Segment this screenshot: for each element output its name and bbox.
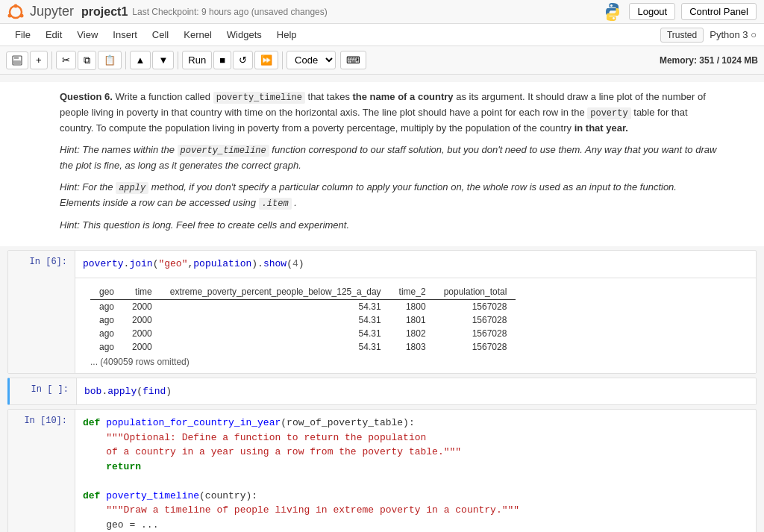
move-down-button[interactable]: ▼ bbox=[152, 51, 174, 69]
cell-pop-2: 1567028 bbox=[435, 313, 516, 327]
code-cell-6: In [6]: poverty.join("geo",population).s… bbox=[7, 250, 757, 374]
poverty-table-inline: poverty bbox=[587, 107, 630, 119]
cell-empty-content[interactable]: bob.apply(find) bbox=[77, 378, 756, 405]
table-header: geo time extreme_poverty_percent_people_… bbox=[90, 284, 516, 300]
trusted-badge: Trusted bbox=[660, 28, 704, 43]
cell-pop-4: 1567028 bbox=[435, 340, 516, 354]
cell-empty-inner: In [ ]: bob.apply(find) bbox=[10, 378, 756, 405]
cell-10-content[interactable]: def population_for_country_in_year(row_o… bbox=[75, 410, 756, 532]
cell-6-prompt: In [6]: bbox=[8, 251, 75, 373]
cell-pop-1: 1567028 bbox=[435, 299, 516, 313]
menu-view[interactable]: View bbox=[69, 27, 105, 43]
cell-type-select[interactable]: Code bbox=[286, 51, 336, 69]
cell-time2-2: 1801 bbox=[390, 313, 435, 327]
separator-4 bbox=[282, 51, 283, 69]
cell-geo-3: ago bbox=[90, 327, 123, 340]
control-panel-button[interactable]: Control Panel bbox=[681, 3, 757, 20]
code-cell-empty: In [ ]: bob.apply(find) bbox=[7, 378, 757, 406]
topbar-right: Logout Control Panel bbox=[602, 1, 757, 22]
move-up-button[interactable]: ▲ bbox=[130, 51, 151, 69]
save-button[interactable] bbox=[6, 51, 28, 69]
omitted-rows-text: ... (409059 rows omitted) bbox=[90, 357, 748, 367]
paste-button[interactable]: 📋 bbox=[98, 51, 122, 69]
separator-3 bbox=[178, 51, 178, 69]
separator-2 bbox=[125, 51, 126, 69]
copy-button[interactable]: ⧉ bbox=[78, 51, 96, 70]
run-button[interactable]: Run bbox=[182, 51, 212, 69]
svg-rect-5 bbox=[14, 56, 19, 59]
menubar: File Edit View Insert Cell Kernel Widget… bbox=[0, 24, 764, 46]
menu-file[interactable]: File bbox=[7, 27, 38, 43]
save-icon bbox=[12, 55, 22, 66]
cell-extreme-1: 54.31 bbox=[161, 299, 390, 313]
menu-widgets[interactable]: Widgets bbox=[219, 27, 269, 43]
memory-info: Memory: 351 / 1024 MB bbox=[660, 55, 758, 66]
app-name: Jupyter bbox=[30, 4, 74, 19]
notebook: Question 6. Write a function called pove… bbox=[0, 75, 764, 532]
separator-1 bbox=[51, 51, 52, 69]
col-extreme: extreme_poverty_percent_people_below_125… bbox=[161, 284, 390, 300]
restart-run-button[interactable]: ⏩ bbox=[254, 51, 278, 69]
col-geo: geo bbox=[90, 284, 123, 300]
text-cell-question6: Question 6. Write a function called pove… bbox=[0, 82, 764, 246]
cell-pop-3: 1567028 bbox=[435, 327, 516, 340]
menu-cell[interactable]: Cell bbox=[145, 27, 176, 43]
cell-geo-4: ago bbox=[90, 340, 123, 354]
table-row: ago 2000 54.31 1800 1567028 bbox=[90, 299, 516, 313]
keyboard-shortcuts-button[interactable]: ⌨ bbox=[340, 51, 366, 69]
cell-extreme-4: 54.31 bbox=[161, 340, 390, 354]
svg-point-2 bbox=[20, 13, 24, 17]
add-cell-button[interactable]: + bbox=[30, 51, 48, 69]
menu-help[interactable]: Help bbox=[269, 27, 304, 43]
hint2-apply-inline: apply bbox=[116, 182, 148, 194]
question-6-text: Question 6. Write a function called pove… bbox=[60, 90, 719, 137]
cell-time-3: 2000 bbox=[123, 327, 161, 340]
svg-rect-6 bbox=[13, 60, 21, 64]
cell-10-prompt: In [10]: bbox=[8, 410, 75, 532]
table-row: ago 2000 54.31 1803 1567028 bbox=[90, 340, 516, 354]
cell-empty-prompt: In [ ]: bbox=[10, 378, 77, 405]
cell-6-code[interactable]: poverty.join("geo",population).show(4) bbox=[75, 251, 756, 278]
cell-time2-3: 1802 bbox=[390, 327, 435, 340]
code-cell-10: In [10]: def population_for_country_in_y… bbox=[7, 409, 757, 532]
jupyter-logo bbox=[7, 4, 24, 20]
kernel-info: Python 3 ○ bbox=[710, 29, 757, 40]
cut-button[interactable]: ✂ bbox=[56, 51, 76, 69]
table-row: ago 2000 54.31 1802 1567028 bbox=[90, 327, 516, 340]
output-table: geo time extreme_poverty_percent_people_… bbox=[90, 284, 516, 354]
question-label: Question 6. bbox=[60, 91, 113, 102]
cell-empty-code[interactable]: bob.apply(find) bbox=[77, 378, 756, 405]
cell-extreme-2: 54.31 bbox=[161, 313, 390, 327]
svg-point-1 bbox=[14, 4, 18, 7]
interrupt-button[interactable]: ■ bbox=[213, 51, 231, 69]
cell-time-1: 2000 bbox=[123, 299, 161, 313]
cell-10-code[interactable]: def population_for_country_in_year(row_o… bbox=[75, 410, 756, 532]
cell-10-inner: In [10]: def population_for_country_in_y… bbox=[8, 410, 756, 532]
logout-button[interactable]: Logout bbox=[629, 3, 675, 20]
col-time: time bbox=[123, 284, 161, 300]
cell-geo-2: ago bbox=[90, 313, 123, 327]
cell-6-output: geo time extreme_poverty_percent_people_… bbox=[75, 278, 756, 373]
cell-time-4: 2000 bbox=[123, 340, 161, 354]
restart-button[interactable]: ↺ bbox=[233, 51, 253, 69]
python-logo-icon bbox=[602, 1, 623, 22]
cell-6-inner: In [6]: poverty.join("geo",population).s… bbox=[8, 251, 756, 373]
col-time2: time_2 bbox=[390, 284, 435, 300]
cell-geo-1: ago bbox=[90, 299, 123, 313]
hint-1: Hint: The names within the poverty_timel… bbox=[60, 143, 719, 174]
hint2-item-inline: .item bbox=[259, 198, 292, 210]
cell-6-content[interactable]: poverty.join("geo",population).show(4) g… bbox=[75, 251, 756, 373]
topbar: Jupyter project1 Last Checkpoint: 9 hour… bbox=[0, 0, 764, 24]
col-pop: population_total bbox=[435, 284, 516, 300]
toolbar: + ✂ ⧉ 📋 ▲ ▼ Run ■ ↺ ⏩ Code ⌨ Memory: 351… bbox=[0, 46, 764, 75]
menu-edit[interactable]: Edit bbox=[38, 27, 69, 43]
menu-insert[interactable]: Insert bbox=[105, 27, 145, 43]
cell-time2-1: 1800 bbox=[390, 299, 435, 313]
notebook-name[interactable]: project1 bbox=[81, 5, 128, 19]
menubar-right: Trusted Python 3 ○ bbox=[660, 28, 757, 43]
table-row: ago 2000 54.31 1801 1567028 bbox=[90, 313, 516, 327]
table-body: ago 2000 54.31 1800 1567028 ago 2000 54.… bbox=[90, 299, 516, 354]
cell-extreme-3: 54.31 bbox=[161, 327, 390, 340]
func-name-inline: poverty_timeline bbox=[213, 92, 305, 104]
menu-kernel[interactable]: Kernel bbox=[176, 27, 219, 43]
